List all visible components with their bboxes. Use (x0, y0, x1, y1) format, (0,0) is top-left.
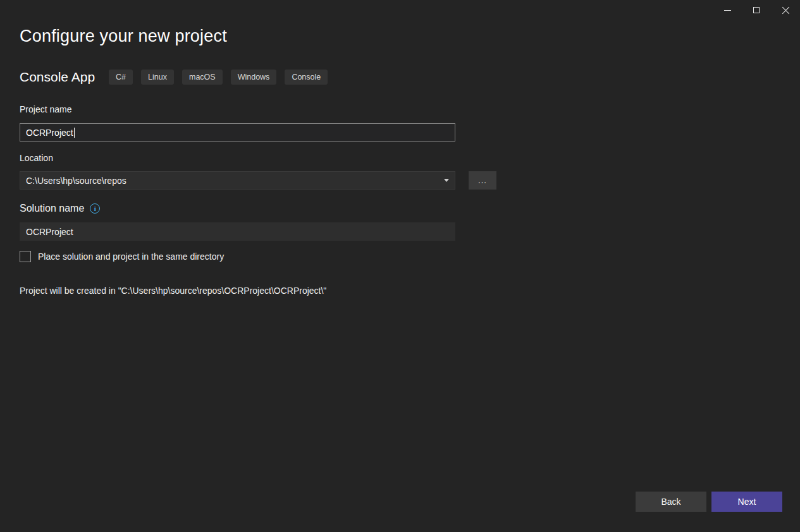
tag-windows: Windows (231, 70, 277, 85)
next-button[interactable]: Next (711, 492, 782, 512)
tag-list: C# Linux macOS Windows Console (109, 70, 328, 85)
text-caret (74, 128, 75, 138)
project-type-name: Console App (20, 70, 95, 85)
output-path-note: Project will be created in "C:\Users\hp\… (20, 286, 326, 296)
maximize-button[interactable] (742, 0, 771, 20)
project-name-label: Project name (20, 104, 71, 115)
solution-name-input[interactable]: OCRProject (20, 222, 455, 241)
same-directory-checkbox[interactable] (20, 251, 31, 262)
location-label: Location (20, 152, 53, 164)
tag-console: Console (285, 70, 328, 85)
info-icon[interactable]: i (90, 203, 100, 214)
chevron-down-icon (444, 179, 449, 182)
tag-macos: macOS (182, 70, 223, 85)
solution-name-label: Solution name (20, 203, 84, 214)
minimize-icon (724, 10, 731, 11)
solution-name-label-row: Solution name i (20, 203, 100, 214)
same-directory-row: Place solution and project in the same d… (20, 251, 224, 262)
maximize-icon (753, 7, 760, 13)
browse-button[interactable]: ... (469, 171, 496, 190)
configure-project-dialog: Configure your new project Console App C… (0, 0, 800, 532)
same-directory-label: Place solution and project in the same d… (38, 251, 224, 262)
close-icon (782, 6, 790, 15)
tag-linux: Linux (141, 70, 174, 85)
tag-csharp: C# (109, 70, 133, 85)
location-combobox[interactable]: C:\Users\hp\source\repos (20, 171, 455, 190)
solution-name-value: OCRProject (26, 227, 73, 237)
minimize-button[interactable] (713, 0, 742, 20)
page-title: Configure your new project (20, 26, 227, 47)
close-button[interactable] (771, 0, 800, 20)
titlebar-controls (713, 0, 800, 20)
location-value: C:\Users\hp\source\repos (26, 176, 126, 186)
back-button[interactable]: Back (636, 492, 706, 512)
project-name-input[interactable]: OCRProject (20, 123, 455, 142)
project-name-value: OCRProject (26, 128, 73, 138)
project-type-row: Console App C# Linux macOS Windows Conso… (20, 68, 328, 87)
